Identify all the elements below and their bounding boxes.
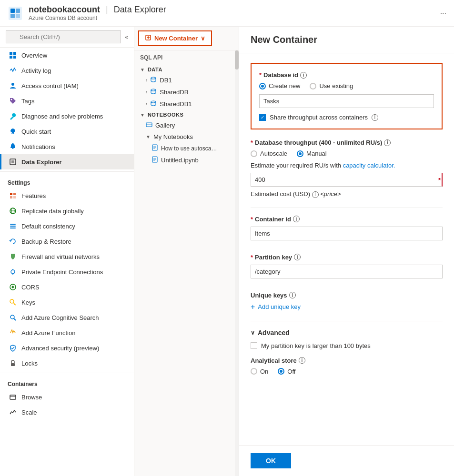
key-icon bbox=[9, 298, 17, 306]
data-section-chevron: ▼ bbox=[140, 67, 145, 72]
db1-icon bbox=[150, 76, 157, 84]
tree-scroll[interactable]: SQL API ▼ DATA › DB1 › bbox=[134, 50, 239, 476]
nav-keys[interactable]: Keys bbox=[0, 295, 134, 310]
tree-item-shareddb1[interactable]: › SharedDB1 bbox=[134, 98, 235, 110]
partition-key-input[interactable] bbox=[251, 265, 443, 278]
capacity-calculator-link[interactable]: capacity calculator. bbox=[343, 162, 395, 169]
analytical-store-info-icon[interactable]: i bbox=[299, 357, 305, 364]
nav-access-control[interactable]: Access control (IAM) bbox=[0, 78, 134, 93]
svg-rect-4 bbox=[16, 14, 20, 18]
nav-advanced-security[interactable]: Advanced security (preview) bbox=[0, 340, 134, 356]
svg-rect-7 bbox=[10, 56, 12, 59]
throughput-label: * Database throughput (400 - unlimited R… bbox=[251, 139, 443, 146]
new-container-label: New Container bbox=[154, 35, 198, 42]
share-throughput-checkbox[interactable] bbox=[259, 114, 266, 121]
nav-overview-label: Overview bbox=[21, 52, 47, 59]
use-existing-radio-circle bbox=[310, 83, 316, 89]
container-id-info-icon[interactable]: i bbox=[293, 216, 300, 222]
nav-cors[interactable]: CORS bbox=[0, 279, 134, 295]
analytical-on-radio[interactable]: On bbox=[251, 368, 268, 375]
partition-key-info-icon[interactable]: i bbox=[294, 254, 301, 260]
features-icon bbox=[9, 192, 17, 199]
tree-item-autoscale-notebook[interactable]: How to use autoscale.ipy bbox=[134, 142, 235, 154]
scrollbar[interactable] bbox=[235, 50, 239, 476]
nav-features[interactable]: Features bbox=[0, 188, 134, 203]
throughput-info-icon[interactable]: i bbox=[384, 139, 391, 146]
scale-icon bbox=[9, 408, 17, 416]
cost-info-icon[interactable]: i bbox=[312, 191, 319, 198]
ru-input[interactable] bbox=[251, 173, 443, 187]
nav-firewall[interactable]: Firewall and virtual networks bbox=[0, 249, 134, 264]
nav-tags[interactable]: Tags bbox=[0, 93, 134, 109]
header-more-button[interactable]: ··· bbox=[440, 9, 446, 18]
database-id-info-icon[interactable]: i bbox=[300, 72, 307, 79]
manual-radio[interactable]: Manual bbox=[297, 150, 327, 157]
analytical-off-radio[interactable]: Off bbox=[278, 368, 295, 375]
notebooks-section-toggle[interactable]: ▼ NOTEBOOKS bbox=[134, 110, 235, 119]
header-title-block: notebookaccount | Data Explorer Azure Co… bbox=[29, 5, 166, 21]
nav-scale[interactable]: Scale bbox=[0, 405, 134, 420]
tree-item-my-notebooks[interactable]: ▼ My Notebooks bbox=[134, 131, 235, 142]
price-text: <price> bbox=[320, 190, 341, 198]
analytical-store-radio-group: On Off bbox=[251, 368, 443, 375]
database-id-input[interactable] bbox=[259, 94, 434, 108]
svg-rect-42 bbox=[146, 123, 152, 127]
nav-browse[interactable]: Browse bbox=[0, 389, 134, 405]
nav-diagnose[interactable]: Diagnose and solve problems bbox=[0, 109, 134, 124]
add-unique-key-button[interactable]: + Add unique key bbox=[251, 303, 443, 311]
nav-replicate[interactable]: Replicate data globally bbox=[0, 203, 134, 218]
advanced-section-toggle[interactable]: ∨ Advanced bbox=[251, 329, 443, 337]
gallery-label: Gallery bbox=[155, 122, 175, 129]
svg-rect-3 bbox=[10, 14, 15, 18]
svg-point-39 bbox=[151, 77, 156, 79]
tree-item-db1[interactable]: › DB1 bbox=[134, 74, 235, 86]
nav-quickstart[interactable]: Quick start bbox=[0, 124, 134, 139]
unique-keys-info-icon[interactable]: i bbox=[289, 292, 296, 298]
nav-firewall-label: Firewall and virtual networks bbox=[21, 253, 100, 260]
new-container-button[interactable]: New Container ∨ bbox=[138, 30, 212, 46]
cors-icon bbox=[9, 283, 17, 291]
nav-notifications[interactable]: Notifications bbox=[0, 139, 134, 154]
analytical-off-label: Off bbox=[287, 368, 295, 375]
nav-features-label: Features bbox=[21, 192, 46, 199]
advanced-label: Advanced bbox=[258, 329, 290, 337]
svg-rect-15 bbox=[13, 193, 16, 195]
tree-item-shareddb[interactable]: › SharedDB bbox=[134, 86, 235, 98]
autoscale-radio[interactable]: Autoscale bbox=[251, 150, 287, 157]
nav-private-endpoint[interactable]: Private Endpoint Connections bbox=[0, 264, 134, 279]
nav-azure-search[interactable]: Add Azure Cognitive Search bbox=[0, 310, 134, 325]
svg-rect-17 bbox=[13, 196, 16, 198]
search-input[interactable] bbox=[6, 30, 121, 43]
svg-rect-2 bbox=[16, 9, 20, 13]
header-subtitle: Azure Cosmos DB account bbox=[29, 15, 166, 21]
scrollbar-thumb[interactable] bbox=[235, 50, 239, 69]
svg-rect-16 bbox=[10, 196, 12, 198]
tree-item-untitled-notebook[interactable]: Untitled.ipynb bbox=[134, 154, 235, 166]
right-panel-content: * Database id i Create new Use existing bbox=[239, 53, 454, 445]
create-new-radio[interactable]: Create new bbox=[259, 82, 300, 89]
nav-backup[interactable]: Backup & Restore bbox=[0, 234, 134, 249]
manual-radio-circle bbox=[297, 150, 303, 157]
nav-locks[interactable]: Locks bbox=[0, 356, 134, 371]
nav-consistency[interactable]: Default consistency bbox=[0, 218, 134, 234]
nav-overview[interactable]: Overview bbox=[0, 48, 134, 63]
nav-activity-log[interactable]: Activity log bbox=[0, 63, 134, 78]
ru-input-wrapper: * bbox=[251, 173, 443, 187]
share-throughput-info-icon[interactable]: i bbox=[372, 114, 378, 121]
ok-button[interactable]: OK bbox=[251, 453, 291, 468]
search-azure-icon bbox=[9, 314, 17, 321]
use-existing-radio[interactable]: Use existing bbox=[310, 82, 353, 89]
settings-section-header: Settings bbox=[0, 174, 134, 188]
nav-data-explorer[interactable]: Data Explorer bbox=[0, 154, 134, 169]
container-id-section: * Container id i bbox=[251, 216, 443, 244]
tree-item-gallery[interactable]: Gallery bbox=[134, 119, 235, 131]
collapse-sidebar-button[interactable]: « bbox=[125, 34, 128, 40]
nav-azure-function[interactable]: Add Azure Function bbox=[0, 325, 134, 340]
notebooks-chevron: ▼ bbox=[140, 112, 145, 118]
gallery-icon bbox=[146, 121, 152, 129]
container-id-input[interactable] bbox=[251, 227, 443, 240]
my-notebooks-label: My Notebooks bbox=[153, 133, 193, 140]
partition-large-checkbox[interactable] bbox=[251, 342, 257, 349]
notebook-icon-2 bbox=[151, 156, 158, 164]
data-section-toggle[interactable]: ▼ DATA bbox=[134, 65, 235, 74]
